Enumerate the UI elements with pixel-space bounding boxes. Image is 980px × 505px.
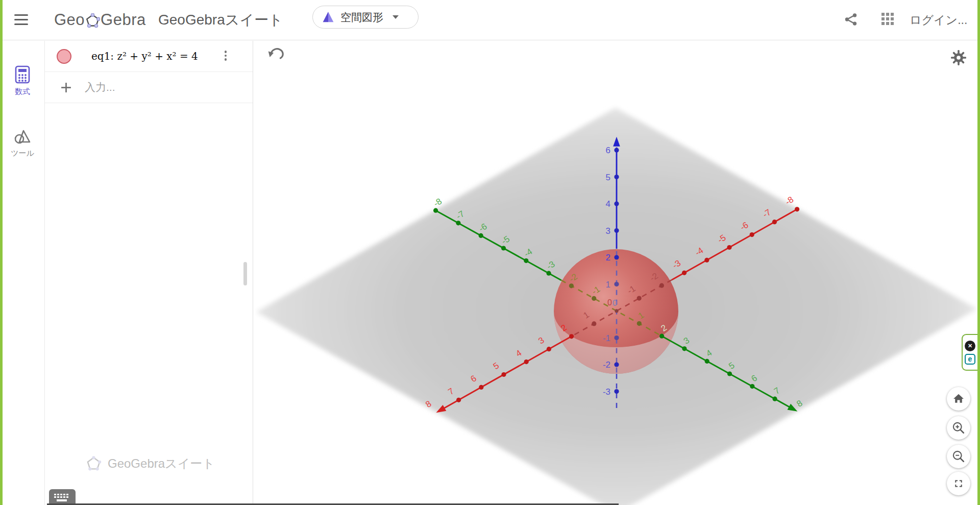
x-tick-dot [592,321,596,326]
x-tick-dot [682,271,687,275]
home-button[interactable] [947,387,970,411]
screen-border-left [0,0,3,505]
apps-grid-icon[interactable] [881,13,895,26]
app-title: GeoGebraスイート [158,9,283,31]
screen-border-right [977,0,980,505]
z-tick-label: 1 [606,280,610,290]
visibility-toggle-circle[interactable] [57,49,71,64]
scene-3d[interactable]: -8-7-6-5-4-3-2-112345678-8-7-6-5-4-3-2-1… [254,41,977,505]
left-rail: 数式 ツール [0,41,45,505]
pentagon-watermark-icon [86,456,102,472]
z-tick-label: 3 [606,226,610,236]
y-tick-dot [456,221,460,225]
z-tick-label: -2 [603,360,610,370]
share-icon[interactable] [844,12,858,27]
fullscreen-icon [951,476,966,491]
sidebar-item-tools[interactable]: ツール [0,128,45,158]
watermark-text: GeoGebraスイート [108,455,215,472]
z-tick-label: 5 [606,173,610,182]
x-tick-dot [569,334,574,339]
pentagon-logo-icon [85,13,100,29]
x-tick-dot [659,283,664,288]
login-button[interactable]: ログイン... [910,12,967,28]
view-selector-label: 空間図形 [340,10,383,25]
x-tick-dot [547,347,551,351]
x-tick-dot [750,232,754,237]
y-tick-dot [524,258,528,263]
algebra-input-row[interactable] [45,72,253,103]
tools-icon [13,128,32,146]
origin-dot [615,309,618,312]
logo-text-gebra: Gebra [101,11,146,29]
z-tick-label: 2 [606,253,610,262]
algebra-panel: eq1: z² + y² + x² = 4 GeoGebraスイート [45,41,253,505]
x-tick-dot [704,258,709,262]
z-tick-dot [614,175,619,179]
z-tick-label: 6 [606,146,610,155]
chevron-down-icon [393,15,399,19]
y-tick-dot [569,283,574,288]
z-tick-label: -1 [603,333,610,343]
zoom-in-button[interactable] [947,416,970,440]
plus-icon [60,82,72,93]
x-tick-dot [479,385,483,390]
y-tick-dot [501,246,506,250]
z-tick-dot [614,335,619,340]
watermark: GeoGebraスイート [86,455,215,472]
sidebar-label-tools: ツール [11,149,34,158]
keyboard-toggle-icon[interactable] [49,489,76,505]
x-tick-dot [524,359,529,364]
y-tick-dot [433,208,438,213]
panel-scrollbar-thumb[interactable] [243,262,247,285]
y-tick-dot [592,296,596,301]
y-tick-dot [637,321,642,326]
graphics-3d-view[interactable]: -8-7-6-5-4-3-2-112345678-8-7-6-5-4-3-2-1… [254,41,977,505]
z-tick-dot [614,389,619,394]
z-tick-label: 4 [606,199,610,209]
z-tick-dot [614,148,619,152]
z-tick-dot [614,201,619,206]
y-tick-dot [727,371,732,376]
menu-icon[interactable] [14,14,28,25]
z-tick-dot [614,255,619,259]
extension-widget[interactable]: ✕ e [962,334,977,371]
sidebar-item-algebra[interactable]: 数式 [0,65,45,97]
calculator-icon [14,65,31,84]
zoom-out-icon [951,449,966,464]
x-tick-dot [795,207,799,211]
origin-label: 0 [607,298,612,307]
x-tick-dot [501,372,506,377]
x-tick-dot [772,220,777,224]
algebra-row-eq1[interactable]: eq1: z² + y² + x² = 4 [45,41,253,72]
extension-e-icon[interactable]: e [965,354,975,365]
app-header: Geo Gebra GeoGebraスイート 空間図形 ログイン... [0,0,980,40]
y-tick-dot [659,334,664,339]
z-tick-dot [614,228,619,233]
close-icon[interactable]: ✕ [965,341,975,351]
settings-gear-icon[interactable] [949,49,968,67]
y-tick-dot [750,384,754,389]
sidebar-label-algebra: 数式 [15,87,30,97]
z-tick-dot [614,282,619,286]
fullscreen-button[interactable] [947,472,970,495]
y-tick-dot [479,233,483,238]
geogebra-logo: Geo Gebra [54,9,146,31]
home-icon [951,391,966,406]
y-tick-dot [682,346,687,351]
row-menu-kebab-icon[interactable] [222,51,229,63]
zoom-in-icon [951,420,966,436]
z-tick-dot [614,362,619,367]
pyramid-3d-icon [322,11,334,23]
undo-icon[interactable] [265,47,285,67]
zoom-out-button[interactable] [947,445,970,468]
algebra-input[interactable] [85,81,212,93]
x-tick-dot [456,398,461,402]
origin-label: 0 [612,299,617,307]
view-selector-dropdown[interactable]: 空間図形 [312,6,419,29]
y-tick-dot [547,271,551,276]
equation-text[interactable]: eq1: z² + y² + x² = 4 [91,50,198,62]
y-tick-dot [705,359,709,364]
x-tick-dot [637,296,642,301]
y-tick-dot [773,397,777,401]
z-tick-label: -3 [603,387,610,397]
